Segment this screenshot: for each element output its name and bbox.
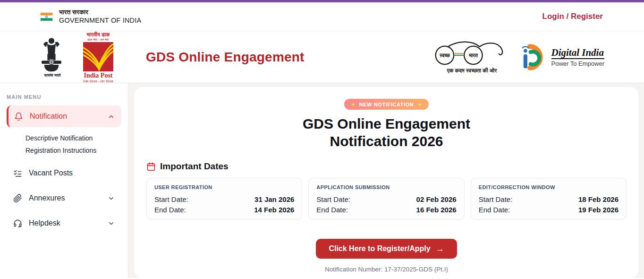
register-apply-label: Click Here to Register/Apply [329,244,430,253]
start-date-label: Start Date: [479,195,513,203]
sidebar-item-descriptive-notification[interactable]: Descriptive Notification [0,132,128,144]
page-title: GDS Online Engagement Notification 2026 [303,115,470,150]
notification-number: Notification Number: 17-37/2025-GDS (Pt.… [325,266,448,273]
header: सत्यमेव जयते भारतीय डाक डाक सेवा - जन से… [0,31,644,83]
svg-text:स्वच्छ: स्वच्छ [439,52,450,58]
end-date-value: 14 Feb 2026 [254,206,294,214]
end-date-label: End Date: [154,206,186,214]
chevron-up-icon [108,113,115,120]
swachh-bharat-logo: स्वच्छ भारत एक कदम स्वच्छता की ओर [432,40,512,74]
digital-india-name: Digital India [551,47,604,59]
swachh-bharat-caption: एक कदम स्वच्छता की ओर [432,68,512,74]
sidebar-item-notification[interactable]: Notification [7,105,121,127]
bell-icon [14,112,23,121]
sidebar-item-label: Annexures [29,194,101,202]
start-date-value: 31 Jan 2026 [254,195,294,203]
date-card-title: APPLICATION SUBMISSION [316,184,456,190]
start-date-value: 18 Feb 2026 [578,195,619,203]
sparkle-icon [350,102,356,107]
start-date-value: 02 Feb 2026 [416,195,457,203]
chevron-down-icon [108,195,115,202]
india-post-logo: भारतीय डाक डाक सेवा - जन सेवा India Post… [72,32,125,83]
sidebar-item-label: Notification [30,112,101,121]
sidebar-item-label: Vacant Posts [29,169,115,177]
arrow-right-icon: → [436,244,444,254]
app-title: GDS Online Engagement [146,50,305,65]
page-title-line2: Notification 2026 [330,133,443,149]
sidebar-item-registration-instructions[interactable]: Registration Instructions [0,144,128,157]
main-area: NEW NOTIFICATION GDS Online Engagement N… [128,83,644,278]
end-date-value: 16 Feb 2026 [416,206,457,214]
end-date-label: End Date: [479,206,510,214]
date-card-title: EDIT/CORRECTION WINDOW [479,184,619,190]
new-notification-badge: NEW NOTIFICATION [344,99,429,110]
government-block: भारत सरकार GOVERNMENT OF INDIA [40,9,141,25]
govt-name-english: GOVERNMENT OF INDIA [59,16,141,25]
ashoka-emblem-logo: सत्यमेव जयते [38,36,67,78]
end-date-value: 19 Feb 2026 [578,206,619,214]
sidebar-item-label: Helpdesk [29,219,101,227]
sidebar: MAIN MENU Notification Descriptive Notif… [0,83,128,278]
india-flag-icon [40,12,53,21]
sidebar-item-helpdesk[interactable]: Helpdesk [7,212,121,234]
date-card-edit-correction-window: EDIT/CORRECTION WINDOW Start Date: 18 Fe… [471,178,627,220]
list-checks-icon [13,169,22,178]
govt-name-hindi: भारत सरकार [59,9,141,17]
content-card: NEW NOTIFICATION GDS Online Engagement N… [135,87,638,278]
top-bar: भारत सरकार GOVERNMENT OF INDIA Login / R… [0,2,644,31]
digital-india-tagline: Power To Empower [551,61,604,67]
india-post-name: India Post [72,72,125,79]
india-post-tagline: Dak Sewa - Jan Sewa [72,79,125,83]
badge-text: NEW NOTIFICATION [359,102,414,107]
important-dates-section: Important Dates USER REGISTRATION Start … [146,161,627,220]
india-post-hindi-name: भारतीय डाक [72,32,125,38]
chevron-down-icon [108,220,115,227]
sidebar-section-label: MAIN MENU [7,94,128,100]
register-apply-button[interactable]: Click Here to Register/Apply → [316,239,457,259]
emblem-caption: सत्यमेव जयते [38,73,67,78]
sidebar-item-vacant-posts[interactable]: Vacant Posts [7,162,121,184]
start-date-label: Start Date: [316,195,350,203]
date-card-application-submission: APPLICATION SUBMISSION Start Date: 02 Fe… [308,178,464,220]
start-date-label: Start Date: [154,195,188,203]
page-title-line1: GDS Online Engagement [303,116,470,131]
digital-india-d-icon [520,43,548,72]
sparkle-icon [417,102,423,107]
important-dates-heading: Important Dates [160,161,229,172]
svg-text:भारत: भारत [468,52,478,58]
calendar-icon [146,162,156,171]
login-register-link[interactable]: Login / Register [542,12,603,21]
headset-icon [13,219,22,228]
notification-submenu: Descriptive Notification Registration In… [0,132,128,157]
end-date-label: End Date: [316,206,348,214]
paperclip-icon [13,194,22,203]
date-card-title: USER REGISTRATION [154,184,294,190]
ashoka-emblem-icon [38,36,65,73]
india-post-envelope-icon [83,42,113,71]
date-card-user-registration: USER REGISTRATION Start Date: 31 Jan 202… [146,178,302,220]
sidebar-item-annexures[interactable]: Annexures [7,187,121,209]
india-post-hindi-tagline: डाक सेवा - जन सेवा [72,38,125,42]
swachh-bharat-glasses-icon: स्वच्छ भारत [432,40,512,67]
digital-india-logo: Digital India Power To Empower [520,43,604,72]
